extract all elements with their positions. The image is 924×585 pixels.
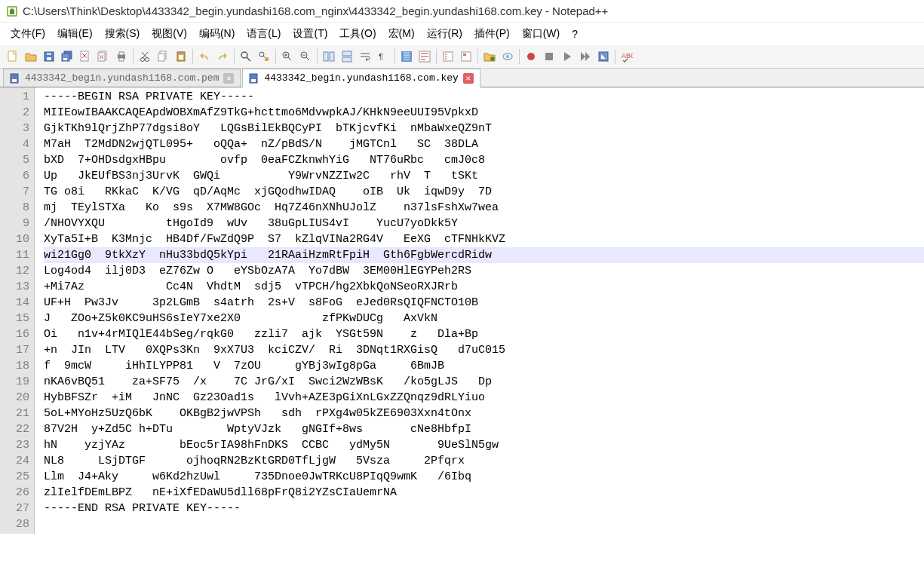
line-number: 14	[6, 295, 29, 311]
code-line[interactable]: -----END RSA PRIVATE KEY-----	[44, 501, 924, 516]
doc-map-icon[interactable]	[458, 48, 474, 65]
code-line[interactable]: HybBFSZr +iM JnNC Gz23Oad1s lVvh+AZE3pGi…	[44, 390, 924, 406]
code-line[interactable]: Log4od4 ilj0D3 eZ76Zw O eYSbOzA7A Yo7dBW…	[44, 263, 924, 279]
close-icon[interactable]	[77, 48, 94, 65]
sync-v-icon[interactable]	[321, 48, 337, 65]
zoom-out-icon[interactable]	[297, 48, 314, 65]
line-number: 21	[6, 406, 29, 421]
code-line[interactable]: UF+H Pw3Jv 3p2LGmB s4atrh 2s+V s8FoG eJe…	[44, 295, 924, 311]
menu-encoding[interactable]: 编码(N)	[193, 26, 241, 42]
code-line[interactable]: /NHOVYXQU tHgoId9 wUv 38uGpLIUS4vI YucU7…	[44, 216, 924, 231]
code-line[interactable]: J ZOo+Z5k0KC9uHS6sIeY7xe2X0 zfPKwDUCg Ax…	[44, 311, 924, 326]
save-macro-icon[interactable]	[595, 48, 612, 65]
save-icon[interactable]	[41, 48, 57, 65]
play-multi-macro-icon[interactable]	[577, 48, 594, 65]
sync-h-icon[interactable]	[339, 48, 355, 65]
svg-rect-30	[342, 57, 351, 62]
find-icon[interactable]	[238, 48, 254, 65]
svg-rect-20	[179, 51, 183, 54]
line-number: 15	[6, 311, 29, 326]
title-bar: C:\Users\Think\Desktop\4433342_begin.yun…	[0, 0, 924, 23]
code-line[interactable]: zlIelfDEmLBPZ nE+iXfEDaWU5dll68pFrQ8i2YZ…	[44, 485, 924, 501]
code-line[interactable]: hN yzjYAz bEoc5rIA98hFnDKS CCBC ydMy5N 9…	[44, 437, 924, 453]
code-line[interactable]: TG o8i RKkaC K/VG qD/AqMc xjGQodhwIDAQ o…	[44, 184, 924, 200]
svg-point-16	[146, 58, 149, 62]
svg-point-37	[445, 58, 447, 60]
svg-point-40	[490, 57, 495, 61]
menu-language[interactable]: 语言(L)	[241, 26, 287, 42]
code-line[interactable]: NL8 LSjDTGF ojhoqRN2BzKtGRD0TfLjgW 5Vsza…	[44, 453, 924, 469]
tab-close-icon[interactable]: ✕	[463, 73, 474, 84]
editor[interactable]: 1234567891011121314151617181920212223242…	[0, 87, 924, 534]
stop-macro-icon[interactable]	[541, 48, 557, 65]
language-icon[interactable]	[416, 48, 433, 65]
menu-macro[interactable]: 宏(M)	[382, 26, 421, 42]
tab-bar: 4433342_begin.yundashi168.com.pem✕443334…	[0, 69, 924, 87]
tab-key[interactable]: 4433342_begin.yundashi168.com.key✕	[242, 69, 480, 87]
zoom-in-icon[interactable]	[279, 48, 296, 65]
menu-run[interactable]: 运行(R)	[421, 26, 468, 42]
monitoring-icon[interactable]	[499, 48, 516, 65]
code-line[interactable]: GjkTKh9lQrjZhP77dgsi8oY LQGsBilEkBQCyPI …	[44, 121, 924, 136]
replace-icon[interactable]	[256, 48, 272, 65]
code-line[interactable]: Oi n1v+4rMIQlE44bSeg/rqkG0 zzli7 ajk YSG…	[44, 326, 924, 342]
copy-icon[interactable]	[155, 48, 171, 65]
code-line[interactable]: wi21Gg0 9tkXzY nHu33bdQ5kYpi 21RAaiHzmRt…	[44, 247, 924, 263]
svg-point-36	[445, 56, 447, 57]
code-line[interactable]: 5oL+MYoHz5UzQ6bK OKBgB2jwVPSh sdh rPXg4w…	[44, 406, 924, 421]
close-all-icon[interactable]	[95, 48, 112, 65]
code-line[interactable]: +n JIn LTV 0XQPs3Kn 9xX7U3 kciCZV/ Ri 3D…	[44, 342, 924, 358]
code-line[interactable]	[44, 516, 924, 532]
menu-file[interactable]: 文件(F)	[5, 26, 51, 42]
print-icon[interactable]	[113, 48, 130, 65]
record-macro-icon[interactable]	[523, 48, 539, 65]
spellcheck-icon[interactable]: ABC	[619, 48, 635, 65]
line-number: 24	[6, 453, 29, 469]
code-area[interactable]: -----BEGIN RSA PRIVATE KEY-----MIIEowIBA…	[35, 87, 924, 534]
word-wrap-icon[interactable]	[357, 48, 373, 65]
paste-icon[interactable]	[173, 48, 189, 65]
svg-rect-8	[63, 58, 67, 60]
cut-icon[interactable]	[137, 48, 153, 65]
code-line[interactable]: mj TEylSTXa Ko s9s X7MW8GOc Hq7Z46nXNhUJ…	[44, 200, 924, 216]
play-macro-icon[interactable]	[559, 48, 576, 65]
function-list-icon[interactable]	[440, 48, 456, 65]
menu-help[interactable]: ?	[566, 26, 584, 41]
code-line[interactable]: 87V2H y+Zd5C h+DTu WptyVJzk gNGIf+8ws cN…	[44, 421, 924, 437]
code-line[interactable]: Llm J4+Aky w6Kd2hzUwl 735Dnoe0JwTRKcU8PI…	[44, 469, 924, 485]
svg-rect-4	[47, 57, 51, 60]
open-file-icon[interactable]	[23, 48, 39, 65]
svg-rect-28	[330, 52, 334, 61]
code-line[interactable]: nKA6vBQ51 za+SF75 /x 7C JrG/xI Swci2WzWB…	[44, 374, 924, 390]
line-number: 19	[6, 374, 29, 390]
line-number: 16	[6, 326, 29, 342]
svg-rect-44	[545, 53, 553, 60]
menu-search[interactable]: 搜索(S)	[99, 26, 146, 42]
show-all-chars-icon[interactable]: ¶	[375, 48, 391, 65]
menu-plugins[interactable]: 插件(P)	[468, 26, 516, 42]
indent-guide-icon[interactable]	[398, 48, 415, 65]
redo-icon[interactable]	[214, 48, 231, 65]
menu-edit[interactable]: 编辑(E)	[51, 26, 99, 42]
new-file-icon[interactable]	[5, 48, 21, 65]
menu-settings[interactable]: 设置(T)	[287, 26, 333, 42]
undo-icon[interactable]	[196, 48, 213, 65]
line-number: 7	[6, 184, 29, 200]
menu-view[interactable]: 视图(V)	[146, 26, 193, 42]
code-line[interactable]: -----BEGIN RSA PRIVATE KEY-----	[44, 89, 924, 105]
tab-pem[interactable]: 4433342_begin.yundashi168.com.pem✕	[3, 69, 241, 87]
menu-tools[interactable]: 工具(O)	[333, 26, 382, 42]
code-line[interactable]: bXD 7+OHDsdgxHBpu ovfp 0eaFCZknwhYiG NT7…	[44, 152, 924, 168]
code-line[interactable]: Up JkEUfBS3nj3UrvK GWQi Y9WrvNZZIw2C rhV…	[44, 168, 924, 184]
svg-rect-14	[119, 58, 124, 61]
code-line[interactable]: +Mi7Az Cc4N VhdtM sdj5 vTPCH/hg2XbkQoNSe…	[44, 279, 924, 295]
svg-rect-39	[463, 54, 466, 56]
menu-window[interactable]: 窗口(W)	[516, 26, 566, 42]
code-line[interactable]: MIIEowIBAAKCAQEApdWOBXmAfZ9TkG+hcttmo6Md…	[44, 105, 924, 121]
code-line[interactable]: XyTa5I+B K3Mnjc HB4Df/FwZdQ9P S7 kZlqVIN…	[44, 231, 924, 247]
tab-close-icon[interactable]: ✕	[223, 73, 234, 84]
save-all-icon[interactable]	[59, 48, 75, 65]
folder-workspace-icon[interactable]	[481, 48, 498, 65]
code-line[interactable]: M7aH T2MdDN2wjQTL095+ oQQa+ nZ/pBdS/N jM…	[44, 136, 924, 152]
code-line[interactable]: f 9mcW iHhILYPP81 V 7zOU gYBj3wIg8pGa 6B…	[44, 358, 924, 374]
